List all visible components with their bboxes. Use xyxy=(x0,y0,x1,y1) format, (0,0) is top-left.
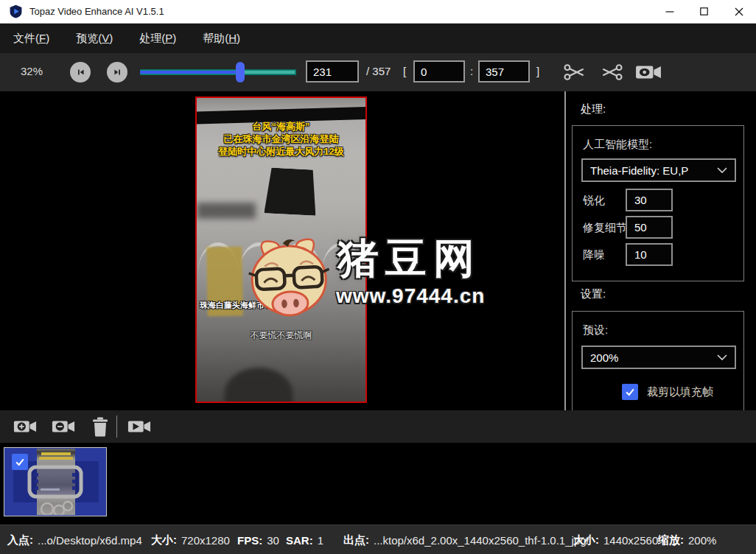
crop-to-fill-label: 裁剪以填充帧 xyxy=(647,385,713,399)
total-frames-label: / 357 xyxy=(366,65,391,77)
crop-to-fill-row: 裁剪以填充帧 xyxy=(622,384,713,400)
titlebar: Topaz Video Enhance AI V1.5.1 xyxy=(0,0,756,24)
thumbnail-checkbox[interactable] xyxy=(12,454,28,470)
remove-video-button[interactable] xyxy=(52,417,75,436)
zoom-level-label: 32% xyxy=(21,65,43,77)
filmstrip-icon xyxy=(27,464,84,499)
video-caption-market: 珠海白藤头海鲜市场 xyxy=(200,300,273,311)
close-button[interactable] xyxy=(721,0,756,23)
status-out-point: 出点:...ktop/x6d_2.00x_1440x2560_thf-1.0.1… xyxy=(343,525,589,554)
video-thumbnail-item[interactable] xyxy=(4,447,107,516)
add-video-icon xyxy=(13,417,37,436)
ai-model-group: 人工智能模型: Theia-Fidelity: EU,P 锐化 修复细节 降噪 xyxy=(572,125,744,281)
menu-file[interactable]: 文件(F) xyxy=(6,28,57,49)
settings-section-title: 设置: xyxy=(581,287,606,301)
video-scene-hanging-object xyxy=(264,167,318,216)
preview-camera-icon xyxy=(635,63,662,82)
video-caption-calm: 不要慌不要慌啊 xyxy=(197,329,365,342)
preset-group: 预设: 200% 裁剪以填充帧 xyxy=(572,311,744,410)
skip-start-icon xyxy=(75,67,86,77)
denoise-label: 降噪 xyxy=(583,248,605,262)
video-headline: 台风“海高斯” 已在珠海市金湾区沿海登陆 登陆时中心附近最大风力12级 xyxy=(197,120,365,158)
status-sar: SAR:1 xyxy=(286,525,323,554)
chevron-down-icon xyxy=(717,354,727,360)
window-controls xyxy=(652,0,756,23)
timeline-slider[interactable] xyxy=(140,69,296,75)
processing-section-title: 处理: xyxy=(581,102,606,116)
status-scale: 缩放:200% xyxy=(658,525,716,554)
crop-to-fill-checkbox[interactable] xyxy=(622,384,638,400)
preview-button[interactable] xyxy=(634,62,663,83)
preset-label: 预设: xyxy=(583,323,608,337)
window-title: Topaz Video Enhance AI V1.5.1 xyxy=(29,6,164,17)
preset-select[interactable]: 200% xyxy=(581,346,736,369)
cut-icon xyxy=(562,63,587,82)
trim-cut-button[interactable] xyxy=(561,62,588,83)
menu-help[interactable]: 帮助(H) xyxy=(195,28,248,49)
status-fps: FPS:30 xyxy=(237,525,279,554)
close-icon xyxy=(735,7,743,16)
checkmark-icon xyxy=(14,456,26,468)
status-out-size: 大小:1440x2560 xyxy=(573,525,658,554)
skip-end-icon xyxy=(112,67,123,77)
status-in-point: 入点:...o/Desktop/x6d.mp4 xyxy=(7,525,142,554)
clip-toolbar-divider xyxy=(116,416,117,438)
timeline-slider-fill xyxy=(140,71,240,74)
restore-detail-label: 修复细节 xyxy=(583,221,627,235)
status-in-size: 大小:720x1280 xyxy=(151,525,230,554)
ai-model-label: 人工智能模型: xyxy=(583,138,652,152)
menu-preview[interactable]: 预览(V) xyxy=(69,28,120,49)
trim-end-input[interactable] xyxy=(478,60,530,83)
menubar: 文件(F) 预览(V) 处理(P) 帮助(H) xyxy=(0,24,756,53)
chevron-down-icon xyxy=(717,167,727,173)
statusbar: 入点:...o/Desktop/x6d.mp4 大小:720x1280 FPS:… xyxy=(0,525,756,554)
current-frame-input[interactable] xyxy=(306,60,359,83)
process-video-icon xyxy=(127,417,151,436)
delete-video-button[interactable] xyxy=(91,416,109,437)
add-video-button[interactable] xyxy=(13,417,37,436)
trim-separator-label: : xyxy=(470,65,473,77)
sharpen-input[interactable] xyxy=(626,189,673,211)
checkmark-icon xyxy=(624,386,636,398)
app-logo-icon xyxy=(9,4,23,18)
process-video-button[interactable] xyxy=(127,417,151,436)
maximize-button[interactable] xyxy=(687,0,721,23)
timeline-slider-handle[interactable] xyxy=(236,62,245,83)
denoise-input[interactable] xyxy=(626,243,673,266)
restore-detail-input[interactable] xyxy=(626,216,673,239)
preview-area: 台风“海高斯” 已在珠海市金湾区沿海登陆 登陆时中心附近最大风力12级 珠海白藤… xyxy=(0,91,756,410)
settings-panel: 处理: 人工智能模型: Theia-Fidelity: EU,P 锐化 修复细节… xyxy=(564,91,756,410)
minimize-icon xyxy=(665,7,674,16)
bracket-close-label: ] xyxy=(536,65,539,77)
clip-toolbar xyxy=(0,410,756,443)
thumbnail-strip xyxy=(0,443,756,525)
playback-toolbar: 32% / 357 [ : ] xyxy=(0,53,756,91)
video-scene-wisp xyxy=(197,203,256,219)
minimize-button[interactable] xyxy=(652,0,687,23)
remove-video-icon xyxy=(52,417,75,436)
app-window: Topaz Video Enhance AI V1.5.1 文件(F) 预览(V… xyxy=(0,0,756,554)
sharpen-label: 锐化 xyxy=(583,194,605,208)
skip-end-button[interactable] xyxy=(107,62,127,83)
menu-process[interactable]: 处理(P) xyxy=(132,28,183,49)
video-scene-bush xyxy=(225,368,293,403)
trim-start-input[interactable] xyxy=(413,60,465,83)
video-preview: 台风“海高斯” 已在珠海市金湾区沿海登陆 登陆时中心附近最大风力12级 珠海白藤… xyxy=(195,97,367,403)
delete-icon xyxy=(91,416,109,437)
cut-mirrored-icon xyxy=(599,63,624,82)
timeline-slider-rest xyxy=(245,71,295,74)
skip-start-button[interactable] xyxy=(70,62,91,83)
bracket-open-label: [ xyxy=(403,65,406,77)
ai-model-select[interactable]: Theia-Fidelity: EU,P xyxy=(581,158,736,182)
trim-split-button[interactable] xyxy=(598,62,625,83)
maximize-icon xyxy=(700,7,708,15)
